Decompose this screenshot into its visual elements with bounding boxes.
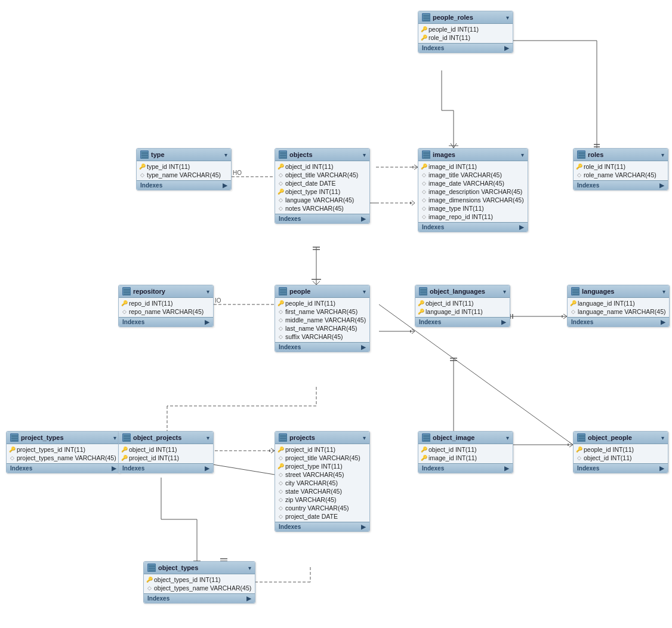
- table-db-icon: [571, 287, 579, 295]
- diamond-icon: ◇: [421, 189, 427, 195]
- indexes-arrow: ▶: [112, 465, 116, 472]
- key-red-icon: 🔑: [278, 463, 283, 469]
- table-dropdown-arrow[interactable]: ▾: [363, 152, 366, 158]
- key-red-icon: 🔑: [576, 447, 582, 452]
- svg-rect-95: [11, 440, 19, 442]
- svg-rect-76: [423, 155, 430, 156]
- indexes-label: Indexes: [419, 319, 441, 325]
- key-icon: 🔑: [139, 164, 145, 170]
- table-dropdown-arrow[interactable]: ▾: [206, 288, 209, 295]
- svg-rect-104: [423, 440, 430, 442]
- table-body-people: 🔑people_id INT(11)◇first_name VARCHAR(45…: [275, 298, 369, 342]
- table-header-objects[interactable]: objects▾: [275, 149, 369, 161]
- table-indexes-type[interactable]: Indexes▶: [137, 180, 231, 190]
- table-header-type[interactable]: type▾: [137, 149, 231, 161]
- svg-rect-105: [578, 435, 585, 437]
- table-field-row: ◇state VARCHAR(45): [275, 487, 369, 495]
- diamond-icon: ◇: [576, 455, 582, 461]
- diamond-icon: ◇: [278, 455, 283, 461]
- table-dropdown-arrow[interactable]: ▾: [661, 435, 664, 441]
- table-header-object_image[interactable]: object_image▾: [418, 432, 513, 444]
- table-indexes-object_types[interactable]: Indexes▶: [144, 593, 255, 603]
- field-text: language_name VARCHAR(45): [578, 308, 665, 315]
- indexes-arrow: ▶: [205, 319, 209, 325]
- table-field-row: 🔑people_id INT(11): [275, 299, 369, 307]
- table-indexes-object_people[interactable]: Indexes▶: [574, 463, 668, 473]
- svg-rect-103: [423, 438, 430, 439]
- table-indexes-object_projects[interactable]: Indexes▶: [119, 463, 213, 473]
- table-object_languages: object_languages▾🔑object_id INT(11)🔑lang…: [415, 285, 510, 327]
- key-red-icon: 🔑: [418, 309, 424, 315]
- table-dropdown-arrow[interactable]: ▾: [363, 435, 366, 441]
- table-dropdown-arrow[interactable]: ▾: [363, 288, 366, 295]
- table-header-roles[interactable]: roles▾: [574, 149, 668, 161]
- field-text: language VARCHAR(45): [285, 196, 354, 204]
- diamond-icon: ◇: [278, 505, 283, 511]
- table-body-type: 🔑type_id INT(11)◇type_name VARCHAR(45): [137, 161, 231, 180]
- table-header-projects[interactable]: projects▾: [275, 432, 369, 444]
- table-indexes-roles[interactable]: Indexes▶: [574, 180, 668, 190]
- table-dropdown-arrow[interactable]: ▾: [206, 435, 209, 441]
- diamond-icon: ◇: [421, 180, 427, 186]
- table-indexes-object_image[interactable]: Indexes▶: [418, 463, 513, 473]
- table-dropdown-arrow[interactable]: ▾: [248, 565, 251, 571]
- table-indexes-repository[interactable]: Indexes▶: [119, 317, 213, 327]
- table-dropdown-arrow[interactable]: ▾: [521, 152, 524, 158]
- table-field-row: ◇project_types_name VARCHAR(45): [7, 454, 120, 462]
- diamond-icon: ◇: [278, 317, 283, 323]
- field-text: object_type INT(11): [285, 188, 340, 195]
- table-projects: projects▾🔑project_id INT(11)◇project_tit…: [275, 431, 370, 532]
- table-field-row: ◇language VARCHAR(45): [275, 196, 369, 204]
- table-header-project_types[interactable]: project_types▾: [7, 432, 120, 444]
- field-text: image_id INT(11): [429, 454, 477, 461]
- table-dropdown-arrow[interactable]: ▾: [503, 288, 506, 295]
- svg-rect-83: [124, 294, 131, 295]
- svg-rect-85: [280, 291, 287, 293]
- table-dropdown-arrow[interactable]: ▾: [506, 14, 509, 21]
- table-header-people[interactable]: people▾: [275, 285, 369, 298]
- indexes-arrow: ▶: [504, 45, 509, 51]
- table-field-row: 🔑image_id INT(11): [418, 454, 513, 462]
- table-indexes-images[interactable]: Indexes▶: [418, 222, 528, 232]
- indexes-label: Indexes: [122, 319, 144, 325]
- table-dropdown-arrow[interactable]: ▾: [506, 435, 509, 441]
- table-header-object_types[interactable]: object_types▾: [144, 562, 255, 574]
- field-text: object_id INT(11): [129, 446, 177, 453]
- table-header-object_projects[interactable]: object_projects▾: [119, 432, 213, 444]
- table-dropdown-arrow[interactable]: ▾: [662, 288, 665, 295]
- table-indexes-languages[interactable]: Indexes▶: [568, 317, 669, 327]
- table-title-projects: projects: [289, 434, 315, 441]
- table-field-row: ◇object_types_name VARCHAR(45): [144, 584, 255, 592]
- table-indexes-objects[interactable]: Indexes▶: [275, 214, 369, 223]
- field-text: object_id INT(11): [584, 454, 632, 461]
- table-indexes-people_roles[interactable]: Indexes▶: [418, 43, 513, 53]
- table-indexes-people[interactable]: Indexes▶: [275, 342, 369, 352]
- table-header-images[interactable]: images▾: [418, 149, 528, 161]
- table-field-row: ◇type_name VARCHAR(45): [137, 171, 231, 179]
- table-dropdown-arrow[interactable]: ▾: [113, 435, 116, 441]
- indexes-arrow: ▶: [223, 182, 227, 189]
- table-indexes-object_languages[interactable]: Indexes▶: [415, 317, 510, 327]
- field-text: object_id INT(11): [426, 300, 474, 307]
- table-dropdown-arrow[interactable]: ▾: [661, 152, 664, 158]
- svg-rect-110: [149, 570, 156, 572]
- table-header-languages[interactable]: languages▾: [568, 285, 669, 298]
- diagram-canvas: HO: [0, 0, 672, 628]
- table-dropdown-arrow[interactable]: ▾: [224, 152, 227, 158]
- svg-rect-90: [572, 289, 579, 291]
- table-indexes-projects[interactable]: Indexes▶: [275, 522, 369, 531]
- table-body-projects: 🔑project_id INT(11)◇project_title VARCHA…: [275, 444, 369, 522]
- table-header-object_people[interactable]: object_people▾: [574, 432, 668, 444]
- diamond-icon: ◇: [9, 455, 15, 461]
- field-text: object_title VARCHAR(45): [285, 171, 358, 178]
- svg-rect-98: [124, 440, 131, 442]
- table-indexes-project_types[interactable]: Indexes▶: [7, 463, 120, 473]
- field-text: project_type INT(11): [285, 463, 343, 470]
- table-header-people_roles[interactable]: people_roles▾: [418, 11, 513, 24]
- diamond-icon: ◇: [146, 585, 152, 591]
- table-header-object_languages[interactable]: object_languages▾: [415, 285, 510, 298]
- table-header-repository[interactable]: repository▾: [119, 285, 213, 298]
- field-text: image_repo_id INT(11): [429, 213, 493, 220]
- diamond-icon: ◇: [570, 309, 576, 315]
- svg-rect-108: [149, 565, 156, 567]
